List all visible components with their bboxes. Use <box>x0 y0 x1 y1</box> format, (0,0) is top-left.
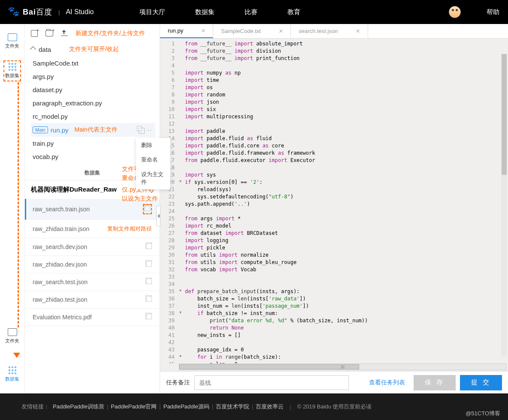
nav-competition[interactable]: 比赛 <box>245 8 257 16</box>
editor-tab[interactable]: SampleCode.txt× <box>213 24 291 38</box>
nav-projects[interactable]: 项目大厅 <box>139 8 165 16</box>
dataset-item-name: raw_zhidao.train.json <box>33 225 89 232</box>
dataset-icon <box>9 366 16 374</box>
nav-education[interactable]: 教育 <box>287 8 300 16</box>
vertical-scrollbar[interactable] <box>501 54 507 357</box>
ctx-rename[interactable]: 重命名 <box>136 153 170 167</box>
rail-folder-lower[interactable]: 文件夹 <box>5 328 19 344</box>
footer-link[interactable]: PaddlePaddle官网 <box>111 403 157 410</box>
new-file-icon[interactable] <box>31 30 38 37</box>
ctx-delete[interactable]: 删除 <box>136 138 170 153</box>
new-folder-icon[interactable] <box>45 30 53 36</box>
dataset-icon <box>9 63 16 71</box>
copy-path-icon[interactable] <box>146 243 152 249</box>
view-task-list-link[interactable]: 查看任务列表 <box>369 379 405 387</box>
dataset-item-name: raw_zhidao.test.json <box>33 296 88 303</box>
dataset-item[interactable]: raw_search.dev.json <box>25 238 160 256</box>
folder-icon <box>8 33 17 41</box>
collapse-sidebar-handle[interactable] <box>156 206 160 226</box>
line-gutter: 1234567891011121314151617181920212223242… <box>160 39 177 363</box>
chevron-up-icon <box>30 46 36 52</box>
save-button[interactable]: 保 存 <box>414 375 456 390</box>
footer-label: 友情链接： <box>21 403 49 411</box>
annotation-text: Main代表主文件 <box>75 126 118 134</box>
code-content[interactable]: from __future__ import absolute_import f… <box>183 39 508 363</box>
file-name: vocab.py <box>33 153 58 160</box>
dataset-item[interactable]: raw_zhidao.train.json 复制文件相对路径 <box>25 220 160 238</box>
tree-file[interactable]: Mainrun.pyMain代表主文件⋯ <box>31 123 155 137</box>
tree-file[interactable]: paragraph_extraction.py <box>31 96 155 110</box>
left-rail: 文件夹 数据集 文件夹 <box>0 24 25 393</box>
file-name: train.py <box>33 140 54 147</box>
help-link[interactable]: 帮助 <box>487 8 499 16</box>
copy-path-icon[interactable] <box>145 206 150 211</box>
annotation-text: 新建文件/文件夹/上传文件 <box>76 30 145 37</box>
footer-link[interactable]: 百度技术学院 <box>216 403 249 410</box>
sidebar-toolbar: 新建文件/文件夹/上传文件 <box>25 24 160 39</box>
copy-path-icon[interactable] <box>146 314 152 319</box>
sidebar: 新建文件/文件夹/上传文件 data 文件夹可展开/收起 SampleCode.… <box>25 24 160 393</box>
task-note-input[interactable] <box>194 375 349 390</box>
editor-tab[interactable]: run.py× <box>160 24 213 38</box>
close-icon[interactable]: × <box>356 27 360 35</box>
upload-icon[interactable] <box>61 31 68 36</box>
paw-icon: 🐾 <box>8 6 19 17</box>
copy-path-icon[interactable] <box>146 279 152 284</box>
close-icon[interactable]: × <box>201 27 205 35</box>
file-name: paragraph_extraction.py <box>33 99 102 107</box>
editor-tab[interactable]: search.test.json× <box>291 24 368 38</box>
fold-gutter[interactable]: ▾▾▾▾▾ <box>177 39 183 363</box>
dataset-item[interactable]: raw_zhidao.test.json <box>25 291 160 309</box>
annotation-text: 文件夹可展开/收起 <box>69 45 119 53</box>
arrow-head-icon <box>13 353 20 358</box>
dataset-item-name: Evaluation Metrics.pdf <box>33 314 92 321</box>
annotation-text: 复制文件相对路径 <box>107 225 152 233</box>
tree-file[interactable]: args.py <box>31 70 155 83</box>
editor-tabs: run.py×SampleCode.txt×search.test.json× <box>160 24 508 39</box>
context-menu: 删除 重命名 设为主文件 <box>136 138 170 189</box>
dataset-item-name: raw_search.dev.json <box>33 243 87 250</box>
tab-label: run.py <box>168 27 183 34</box>
footer: 友情链接： PaddlePaddle训练营|PaddlePaddle官网|Pad… <box>0 393 508 420</box>
tree-file[interactable]: rc_model.py <box>31 110 155 123</box>
footer-copyright: © 2019 Baidu 使用百度前必读 <box>297 403 372 411</box>
tree-folder[interactable]: data 文件夹可展开/收起 <box>31 42 155 57</box>
close-icon[interactable]: × <box>279 27 283 35</box>
logo-text: Bai百度 <box>23 7 52 17</box>
file-name: rc_model.py <box>33 113 68 120</box>
copy-path-icon[interactable] <box>146 261 152 267</box>
dataset-item[interactable]: raw_zhidao.dev.json <box>25 256 160 273</box>
rail-dataset-lower[interactable]: 数据集 <box>5 366 19 382</box>
watermark: @51CTO博客 <box>466 410 500 417</box>
annotation-box: 数据集 <box>3 60 21 81</box>
file-name: dataset.py <box>33 86 62 93</box>
tree-file[interactable]: SampleCode.txt <box>31 57 155 70</box>
dataset-item-name: raw_search.train.json <box>33 206 90 213</box>
rail-folder-upper[interactable]: 文件夹 <box>5 33 19 49</box>
submit-button[interactable]: 提 交 <box>460 375 502 390</box>
tab-label: search.test.json <box>299 28 338 34</box>
copy-path-icon[interactable] <box>146 296 152 302</box>
dataset-item[interactable]: Evaluation Metrics.pdf <box>25 309 160 326</box>
code-area[interactable]: 1234567891011121314151617181920212223242… <box>160 39 508 363</box>
avatar[interactable] <box>449 6 461 18</box>
footer-link[interactable]: PaddlePaddle源码 <box>163 403 209 410</box>
rail-dataset-upper[interactable]: 数据集 <box>5 63 19 79</box>
dataset-item-name: raw_search.test.json <box>33 279 88 285</box>
footer-link[interactable]: 百度效率云 <box>256 403 284 410</box>
top-bar: 🐾 Bai百度 | AI Studio 项目大厅 数据集 比赛 教育 帮助 <box>0 0 508 24</box>
logo-area[interactable]: 🐾 Bai百度 | AI Studio <box>0 6 122 18</box>
dataset-item[interactable]: raw_search.test.json <box>25 273 160 291</box>
annotation-arrow <box>18 82 19 327</box>
nav-datasets[interactable]: 数据集 <box>195 8 215 16</box>
more-icon[interactable]: ⋯ <box>145 126 153 134</box>
copy-icon[interactable] <box>137 126 142 131</box>
logo-sub: AI Studio <box>66 8 94 16</box>
footer-link[interactable]: PaddlePaddle训练营 <box>53 403 104 410</box>
file-name: SampleCode.txt <box>33 60 79 67</box>
folder-icon <box>8 328 17 336</box>
dataset-item-name: raw_zhidao.dev.json <box>33 261 87 268</box>
horizontal-scrollbar[interactable]: III <box>179 363 506 370</box>
tree-file[interactable]: dataset.py <box>31 83 155 96</box>
ctx-set-main[interactable]: 设为主文件 <box>136 167 170 189</box>
